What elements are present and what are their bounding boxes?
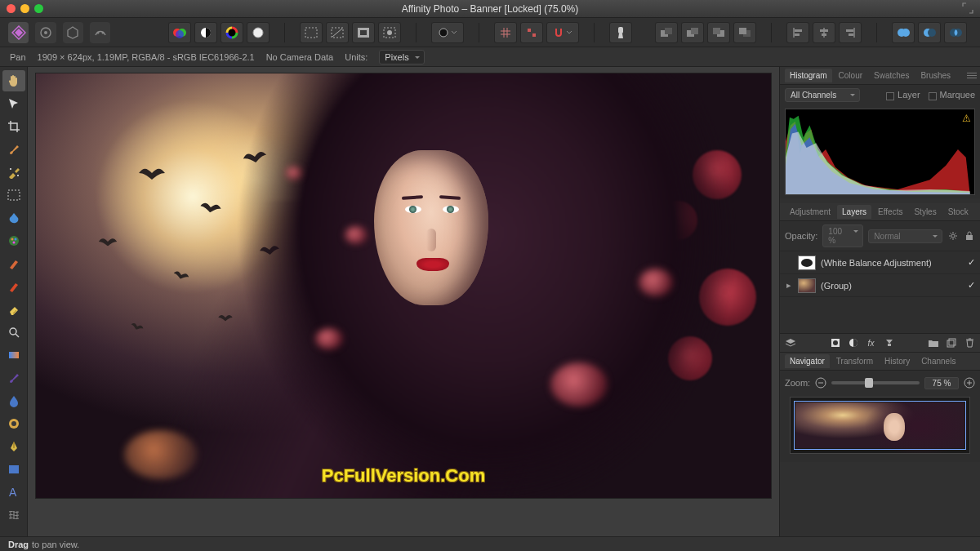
eraser-tool[interactable]	[2, 299, 25, 320]
opacity-field[interactable]: 100 %	[822, 224, 863, 247]
tab-stock[interactable]: Stock	[943, 205, 973, 219]
align-right-icon[interactable]	[839, 22, 862, 43]
close-window-button[interactable]	[7, 4, 16, 13]
zoom-tool[interactable]	[2, 322, 25, 343]
rectangle-tool[interactable]	[2, 459, 25, 480]
svg-rect-52	[8, 190, 20, 200]
rgb-toggle-icon[interactable]	[168, 22, 191, 43]
status-hint-text: to pan view.	[32, 540, 79, 549]
intersect-shapes-icon[interactable]	[944, 22, 967, 43]
visibility-check-icon[interactable]: ✓	[968, 257, 975, 268]
svg-rect-20	[360, 30, 367, 35]
persona-develop[interactable]	[63, 22, 83, 43]
tab-swatches[interactable]: Swatches	[869, 69, 914, 82]
gear-icon[interactable]	[947, 230, 959, 242]
navigator-preview[interactable]	[790, 397, 970, 454]
tab-styles[interactable]: Styles	[909, 205, 941, 219]
tab-brushes[interactable]: Brushes	[915, 69, 956, 82]
tab-transform[interactable]: Transform	[831, 354, 878, 368]
blend-mode-dropdown[interactable]: Normal	[868, 229, 942, 243]
selection-invert-icon[interactable]	[352, 22, 375, 43]
tab-layers[interactable]: Layers	[837, 205, 871, 219]
crop-tool[interactable]	[2, 116, 25, 137]
dodge-tool[interactable]	[2, 413, 25, 434]
tab-channels[interactable]: Channels	[916, 354, 960, 368]
move-front-icon[interactable]	[733, 22, 756, 43]
panel-menu-icon[interactable]	[967, 71, 977, 79]
text-tool[interactable]: A	[2, 482, 25, 503]
subtract-shapes-icon[interactable]	[918, 22, 941, 43]
smudge-tool[interactable]	[2, 367, 25, 389]
zoom-slider[interactable]	[831, 381, 920, 384]
persona-photo[interactable]	[8, 22, 29, 43]
layer-checkbox[interactable]: Layer	[886, 90, 920, 100]
flood-select-tool[interactable]	[2, 207, 25, 229]
bw-toggle-icon[interactable]	[194, 22, 217, 43]
assistant-icon[interactable]	[609, 22, 632, 43]
zoom-out-icon[interactable]	[815, 377, 826, 389]
tab-histogram[interactable]: Histogram	[785, 69, 832, 82]
marquee-checkbox[interactable]: Marquee	[929, 90, 975, 100]
maximize-window-button[interactable]	[34, 4, 43, 13]
pen-tool[interactable]	[2, 436, 25, 457]
grid-icon[interactable]	[494, 22, 517, 43]
tab-history[interactable]: History	[880, 354, 915, 368]
snapping-dropdown[interactable]	[546, 22, 579, 43]
clone-tool[interactable]	[2, 253, 25, 274]
add-shapes-icon[interactable]	[892, 22, 915, 43]
channels-dropdown[interactable]: All Channels	[785, 88, 860, 102]
align-center-icon[interactable]	[813, 22, 835, 43]
tab-effects[interactable]: Effects	[873, 205, 907, 219]
move-back-icon[interactable]	[655, 22, 678, 43]
align-left-icon[interactable]	[786, 22, 809, 43]
trash-icon[interactable]	[964, 337, 975, 349]
zoom-value-field[interactable]: 75 %	[924, 377, 959, 389]
fullscreen-icon[interactable]	[962, 2, 973, 14]
layers-icon[interactable]	[785, 337, 796, 349]
blur-tool[interactable]	[2, 390, 25, 411]
expand-arrow-icon[interactable]: ▸	[785, 280, 793, 291]
layer-row[interactable]: (White Balance Adjustment) ✓	[780, 251, 980, 274]
hand-tool[interactable]	[2, 70, 25, 91]
duplicate-icon[interactable]	[946, 337, 957, 349]
selection-none-icon[interactable]	[326, 22, 349, 43]
marquee-tool[interactable]	[2, 184, 25, 206]
adjustment-icon[interactable]	[848, 337, 859, 349]
quick-mask-dropdown[interactable]	[431, 22, 464, 43]
fx-icon[interactable]: fx	[866, 337, 877, 349]
navigator-viewport-rect[interactable]	[794, 401, 966, 450]
visibility-check-icon[interactable]: ✓	[968, 280, 975, 291]
mesh-warp-tool[interactable]	[2, 504, 25, 526]
selection-refine-icon[interactable]	[378, 22, 401, 43]
lock-icon[interactable]	[964, 230, 975, 242]
move-tool[interactable]	[2, 93, 25, 114]
panel-group-2-tabs: Adjustment Layers Effects Styles Stock	[780, 203, 980, 221]
persona-tonemap[interactable]	[90, 22, 110, 43]
paintbrush-tool[interactable]	[2, 139, 25, 160]
document-canvas[interactable]: PcFullVersion.Com	[36, 73, 771, 498]
gradient-tool[interactable]	[2, 344, 25, 366]
folder-icon[interactable]	[928, 337, 939, 349]
color-wheel-icon[interactable]	[220, 22, 243, 43]
tab-navigator[interactable]: Navigator	[785, 354, 830, 368]
svg-marker-4	[68, 27, 78, 38]
pixel-grid-icon[interactable]	[520, 22, 543, 43]
tab-adjustment[interactable]: Adjustment	[785, 205, 835, 219]
svg-point-5	[96, 31, 99, 33]
persona-liquify[interactable]	[35, 22, 56, 43]
minimize-window-button[interactable]	[20, 4, 29, 13]
healing-tool[interactable]	[2, 162, 25, 183]
paint-mixer-tool[interactable]	[2, 230, 25, 251]
units-dropdown[interactable]: Pixels	[379, 50, 424, 64]
tab-colour[interactable]: Colour	[834, 69, 867, 82]
canvas-viewport[interactable]: PcFullVersion.Com	[28, 67, 779, 536]
forward-one-icon[interactable]	[707, 22, 730, 43]
back-one-icon[interactable]	[681, 22, 704, 43]
soft-proof-icon[interactable]	[247, 22, 270, 43]
merge-icon[interactable]	[884, 337, 895, 349]
layer-row[interactable]: ▸ (Group) ✓	[780, 274, 980, 297]
zoom-in-icon[interactable]	[964, 377, 975, 389]
burn-tool[interactable]	[2, 276, 25, 297]
selection-all-icon[interactable]	[300, 22, 323, 43]
mask-icon[interactable]	[830, 337, 841, 349]
